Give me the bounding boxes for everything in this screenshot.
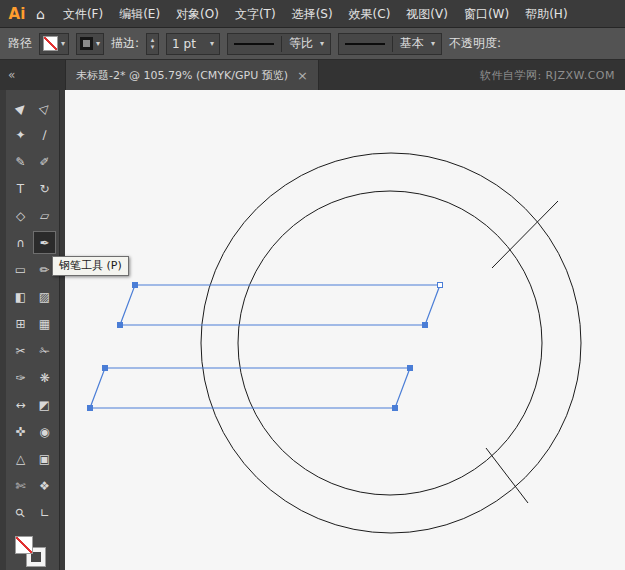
home-icon[interactable]: ⌂: [36, 6, 45, 22]
parallelogram-2-anchor-4[interactable]: [88, 406, 93, 411]
tick-upper-right[interactable]: [492, 201, 558, 268]
width-profile-dropdown[interactable]: 等比 ▾: [227, 33, 331, 55]
stroke-weight-text: 1 pt: [172, 37, 196, 51]
parallelogram-1-anchor-2[interactable]: [438, 283, 443, 288]
menu-items: 文件(F)编辑(E)对象(O)文字(T)选择(S)效果(C)视图(V)窗口(W)…: [55, 0, 576, 28]
menu-help[interactable]: 帮助(H): [517, 0, 575, 28]
hand-tool[interactable]: ❖: [33, 474, 56, 497]
measure-tool-icon: ∟: [39, 506, 49, 520]
paintbrush-tool[interactable]: ✎: [9, 150, 32, 173]
scissors-tool-icon: ✂: [15, 344, 25, 358]
direct-selection-tool[interactable]: ▷: [33, 96, 56, 119]
scissors-tool[interactable]: ✂: [9, 339, 32, 362]
brush-definition-dropdown[interactable]: 基本 ▾: [338, 33, 442, 55]
perspective-grid-tool-icon: △: [16, 452, 25, 466]
menu-edit[interactable]: 编辑(E): [111, 0, 168, 28]
type-tool-icon: T: [17, 182, 24, 196]
menu-file[interactable]: 文件(F): [55, 0, 111, 28]
parallelogram-1-anchor-3[interactable]: [423, 323, 428, 328]
blend-tool-icon: ◉: [39, 425, 49, 439]
eraser-tool-icon: ◇: [16, 209, 25, 223]
blob-brush-tool[interactable]: ✑: [9, 366, 32, 389]
magic-wand-tool-icon: ✦: [15, 128, 25, 142]
stepper-down-icon: ▾: [151, 44, 155, 51]
blend-tool[interactable]: ◉: [33, 420, 56, 443]
free-transform-tool[interactable]: ◩: [33, 393, 56, 416]
artboard-tool[interactable]: ▣: [33, 447, 56, 470]
type-tool[interactable]: T: [9, 177, 32, 200]
parallelogram-2-anchor-1[interactable]: [103, 366, 108, 371]
perspective-grid-tool[interactable]: △: [9, 447, 32, 470]
pen-tool-tooltip: 钢笔工具 (P): [52, 256, 129, 276]
parallelogram-2-anchor-3[interactable]: [393, 406, 398, 411]
shaper-tool[interactable]: ✐: [33, 150, 56, 173]
opacity-label: 不透明度:: [449, 35, 501, 52]
artboard-tool-icon: ▣: [39, 452, 50, 466]
tools-grid: ▶▷✦∕✎✐T↻◇▱∩✒▭✏◧▨⊞▦✂✁✑❋↔◩✜◉△▣✄❖⚲∟: [6, 94, 59, 526]
menu-bar: Ai ⌂ 文件(F)编辑(E)对象(O)文字(T)选择(S)效果(C)视图(V)…: [0, 0, 625, 28]
menu-select[interactable]: 选择(S): [284, 0, 341, 28]
menu-effect[interactable]: 效果(C): [341, 0, 399, 28]
menu-window[interactable]: 窗口(W): [456, 0, 517, 28]
line-segment-tool[interactable]: ∕: [33, 123, 56, 146]
brush-definition-value: 基本: [400, 35, 424, 52]
close-tab-icon[interactable]: ×: [297, 68, 308, 83]
width-tool[interactable]: ↔: [9, 393, 32, 416]
mesh-tool[interactable]: ▦: [33, 312, 56, 335]
parallelogram-1-anchor-4[interactable]: [118, 323, 123, 328]
pen-tool[interactable]: ✒: [33, 231, 56, 254]
eyedropper-tool-icon: ✜: [15, 425, 25, 439]
rectangle-tool[interactable]: ▭: [9, 258, 32, 281]
scale-tool-icon: ▱: [40, 209, 49, 223]
measure-tool[interactable]: ∟: [33, 501, 56, 524]
parallelogram-2-anchor-2[interactable]: [408, 366, 413, 371]
symbol-sprayer-tool[interactable]: ❋: [33, 366, 56, 389]
gradient-tool[interactable]: ▨: [33, 285, 56, 308]
rotate-tool[interactable]: ↻: [33, 177, 56, 200]
column-graph-tool[interactable]: ⊞: [9, 312, 32, 335]
mesh-tool-icon: ▦: [39, 317, 50, 331]
eraser-tool[interactable]: ◇: [9, 204, 32, 227]
control-bar: 路径 ▾ ▾ 描边: ▴ ▾ 1 pt ▾ 等比 ▾ 基本 ▾: [0, 28, 625, 60]
stroke-weight-stepper[interactable]: ▴ ▾: [146, 33, 159, 55]
slice-tool[interactable]: ✄: [9, 474, 32, 497]
magic-wand-tool[interactable]: ✦: [9, 123, 32, 146]
menu-object[interactable]: 对象(O): [168, 0, 227, 28]
stroke-swatch-icon: [80, 37, 93, 50]
selection-type-label: 路径: [8, 35, 32, 52]
menu-view[interactable]: 视图(V): [398, 0, 456, 28]
stroke-weight-value[interactable]: 1 pt ▾: [166, 33, 220, 55]
document-tab[interactable]: 未标题-2* @ 105.79% (CMYK/GPU 预览) ×: [65, 60, 319, 90]
direct-selection-tool-icon: ▷: [36, 99, 52, 115]
parallelogram-1-anchor-1[interactable]: [133, 283, 138, 288]
brush-preview-icon: [345, 43, 385, 45]
fill-color-picker[interactable]: ▾: [39, 33, 69, 55]
scale-tool[interactable]: ▱: [33, 204, 56, 227]
shape-builder-tool[interactable]: ◧: [9, 285, 32, 308]
stroke-color-picker[interactable]: ▾: [76, 33, 104, 55]
app-logo[interactable]: Ai: [0, 5, 34, 23]
symbol-sprayer-tool-icon: ❋: [39, 371, 49, 385]
menu-type[interactable]: 文字(T): [227, 0, 284, 28]
zoom-tool[interactable]: ⚲: [9, 501, 32, 524]
free-transform-tool-icon: ◩: [39, 398, 50, 412]
outer-circle[interactable]: [201, 153, 581, 533]
inner-circle[interactable]: [238, 191, 542, 495]
fill-none-swatch-icon: [43, 36, 58, 51]
chevron-down-icon: ▾: [61, 39, 65, 48]
stroke-profile-preview-icon: [234, 43, 274, 45]
artboard-canvas[interactable]: [65, 90, 625, 570]
curvature-tool[interactable]: ∩: [9, 231, 32, 254]
eyedropper-tool[interactable]: ✜: [9, 420, 32, 443]
parallelogram-1[interactable]: [120, 285, 440, 325]
collapse-panel-icon[interactable]: «: [8, 68, 15, 82]
fill-swatch[interactable]: [15, 536, 33, 554]
divider: [281, 36, 282, 52]
tick-lower-right[interactable]: [486, 448, 528, 503]
selection-tool[interactable]: ▶: [9, 96, 32, 119]
document-tab-bar: « 未标题-2* @ 105.79% (CMYK/GPU 预览) × 软件自学网…: [0, 60, 625, 90]
knife-tool[interactable]: ✁: [33, 339, 56, 362]
tools-panel: ▶▷✦∕✎✐T↻◇▱∩✒▭✏◧▨⊞▦✂✁✑❋↔◩✜◉△▣✄❖⚲∟: [6, 90, 60, 570]
workspace: ▶▷✦∕✎✐T↻◇▱∩✒▭✏◧▨⊞▦✂✁✑❋↔◩✜◉△▣✄❖⚲∟: [0, 90, 625, 570]
illustrator-window: Ai ⌂ 文件(F)编辑(E)对象(O)文字(T)选择(S)效果(C)视图(V)…: [0, 0, 625, 570]
